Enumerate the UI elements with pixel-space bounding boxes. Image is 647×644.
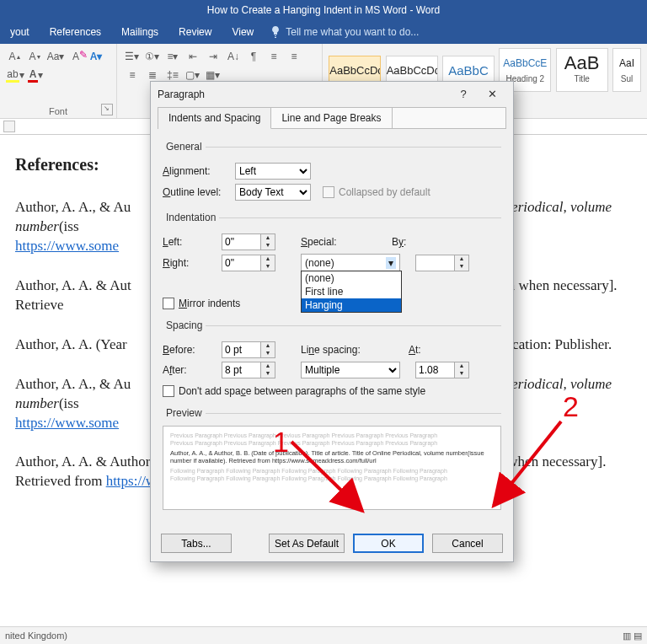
section-label: Spacing — [163, 319, 206, 331]
group-label-font: Font — [0, 106, 116, 116]
label-alignment: Alignment: — [163, 165, 235, 177]
section-general: General Alignment: Left Outline level: B… — [163, 141, 501, 207]
section-label: Preview — [163, 407, 206, 419]
text-effects-icon[interactable]: A▾ — [87, 48, 105, 65]
reference-link[interactable]: https://www.some — [15, 415, 119, 431]
paragraph-dialog: Paragraph ? ✕ Indents and Spacing Line a… — [150, 81, 514, 562]
label-by: By: — [392, 236, 434, 248]
dont-add-space-checkbox[interactable]: Don't add space between paragraphs of th… — [163, 385, 425, 397]
ribbon-tab-mailings[interactable]: Mailings — [111, 20, 168, 44]
label-line-spacing: Line spacing: — [301, 344, 409, 356]
lightbulb-icon — [270, 26, 281, 38]
tell-me-search[interactable]: Tell me what you want to do... — [270, 26, 419, 38]
section-label: Indentation — [163, 212, 219, 223]
label-outline: Outline level: — [163, 186, 235, 198]
increase-font-icon[interactable]: A▲ — [6, 48, 24, 65]
ribbon-tab-view[interactable]: View — [222, 20, 264, 44]
alignment-select[interactable]: Left — [235, 163, 311, 180]
numbering-icon[interactable]: ①▾ — [143, 48, 162, 65]
collapsed-checkbox: Collapsed by default — [323, 186, 430, 198]
status-bar: nited Kingdom) ▥ ▤ — [0, 626, 647, 644]
section-preview: Preview Previous Paragraph Previous Para… — [163, 407, 501, 512]
align-right-icon[interactable]: ≡ — [123, 67, 142, 83]
section-label: General — [163, 141, 206, 153]
align-left-icon[interactable]: ≡ — [265, 48, 283, 65]
chevron-down-icon: ▾ — [386, 257, 396, 269]
space-after-spinner[interactable]: ▲▼ — [222, 362, 275, 378]
label-at: At: — [409, 344, 481, 356]
section-indentation: Indentation Left: ▲▼ Special: By: Right:… — [163, 212, 501, 314]
decrease-indent-icon[interactable]: ⇤ — [184, 48, 202, 65]
window-title: How to Create a Hanging Indent in MS Wor… — [207, 4, 440, 16]
outline-level-select[interactable]: Body Text — [235, 184, 311, 201]
tabs-button[interactable]: Tabs... — [161, 534, 232, 553]
mirror-indents-checkbox[interactable]: Mirror indents — [163, 298, 240, 309]
tab-line-page-breaks[interactable]: Line and Page Breaks — [271, 108, 392, 128]
option-first-line[interactable]: First line — [302, 285, 401, 298]
space-before-spinner[interactable]: ▲▼ — [222, 341, 275, 358]
left-indent-spinner[interactable]: ▲▼ — [222, 233, 275, 250]
clear-format-icon[interactable]: A✎ — [67, 48, 85, 65]
bullets-icon[interactable]: ☰▾ — [123, 48, 142, 65]
line-spacing-select[interactable]: Multiple — [301, 362, 400, 378]
show-marks-icon[interactable]: ¶ — [244, 48, 263, 65]
decrease-font-icon[interactable]: A▼ — [26, 48, 45, 65]
multilevel-list-icon[interactable]: ≡▾ — [163, 48, 182, 65]
font-color-icon[interactable]: A▾ — [26, 67, 45, 83]
sort-icon[interactable]: A↓ — [224, 48, 243, 65]
preview-box: Previous Paragraph Previous Paragraph Pr… — [163, 426, 501, 510]
label-before: Before: — [163, 344, 222, 356]
ribbon-tab-layout[interactable]: yout — [0, 20, 40, 44]
dialog-title-bar[interactable]: Paragraph ? ✕ — [151, 82, 513, 107]
highlight-icon[interactable]: ab▾ — [6, 67, 24, 83]
align-center-icon[interactable]: ≡ — [285, 48, 303, 65]
section-spacing: Spacing Before: ▲▼ Line spacing: At: Aft… — [163, 319, 501, 402]
ok-button[interactable]: OK — [353, 534, 424, 553]
change-case-icon[interactable]: Aa▾ — [46, 48, 65, 65]
label-left-indent: Left: — [163, 236, 222, 248]
label-right-indent: Right: — [163, 257, 222, 269]
ribbon-group-font: A▲ A▼ Aa▾ A✎ A▾ ab▾ A▾ Font ↘ — [0, 44, 117, 118]
close-icon[interactable]: ✕ — [478, 84, 506, 105]
view-controls[interactable]: ▥ ▤ — [623, 627, 642, 644]
dialog-button-row: Tabs... Set As Default OK Cancel — [151, 525, 513, 561]
window-title-bar: How to Create a Hanging Indent in MS Wor… — [0, 0, 647, 20]
right-indent-spinner[interactable]: ▲▼ — [222, 255, 275, 271]
option-hanging[interactable]: Hanging — [302, 298, 401, 312]
reference-link[interactable]: https://www.some — [15, 238, 119, 254]
option-none[interactable]: (none) — [302, 271, 401, 285]
set-default-button[interactable]: Set As Default — [269, 534, 345, 553]
style-subtitle[interactable]: AaISul — [612, 48, 641, 92]
ribbon-tab-strip: yout References Mailings Review View Tel… — [0, 20, 647, 44]
special-indent-select[interactable]: (none)▾ (none) First line Hanging — [301, 254, 400, 272]
ruler-tab-selector[interactable] — [3, 121, 15, 132]
tab-indents-spacing[interactable]: Indents and Spacing — [158, 108, 271, 129]
ribbon-tab-review[interactable]: Review — [168, 20, 222, 44]
at-spinner[interactable]: ▲▼ — [415, 362, 469, 378]
dialog-tabs: Indents and Spacing Line and Page Breaks — [158, 107, 506, 129]
special-indent-dropdown: (none) First line Hanging — [301, 271, 402, 313]
ribbon-tab-references[interactable]: References — [40, 20, 111, 44]
help-button[interactable]: ? — [449, 84, 478, 105]
tell-me-placeholder: Tell me what you want to do... — [286, 26, 419, 38]
increase-indent-icon[interactable]: ⇥ — [204, 48, 222, 65]
font-dialog-launcher-icon[interactable]: ↘ — [101, 104, 113, 115]
label-special: Special: — [301, 236, 392, 248]
cancel-button[interactable]: Cancel — [432, 534, 503, 553]
dialog-title: Paragraph — [158, 89, 449, 100]
by-spinner[interactable]: ▲▼ — [415, 255, 469, 271]
status-language[interactable]: nited Kingdom) — [5, 627, 67, 644]
label-after: After: — [163, 364, 222, 376]
style-title[interactable]: AaBTitle — [556, 48, 608, 92]
